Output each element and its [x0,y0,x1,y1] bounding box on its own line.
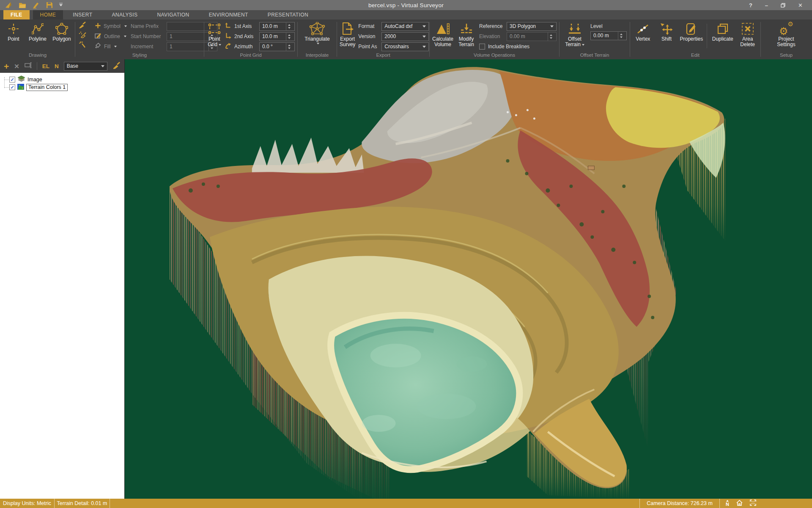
duplicate-button[interactable]: Duplicate [711,20,734,42]
fill-menu-button[interactable]: Fill [95,41,127,52]
chevron-down-icon [124,25,127,27]
open-file-icon[interactable] [19,2,26,8]
group-edit: Vertex Shift Properties Duplicate Area D… [631,19,760,59]
azimuth-label: Azimuth [234,44,256,50]
spinner[interactable] [286,42,292,51]
tree-item-terrain-colors[interactable]: Terrain Colors 1 [0,83,124,91]
azimuth-input[interactable]: 0.0 ° [259,42,295,51]
spinner[interactable] [618,31,624,40]
format-dropdown[interactable]: AutoCad dxf [381,22,429,31]
point-as-dropdown[interactable]: Crosshairs [381,42,429,51]
vertex-button[interactable]: Vertex [633,20,653,42]
symbol-menu-button[interactable]: Symbol [95,21,127,31]
group-drawing: Point Polyline Polygon Drawing [1,19,74,59]
level-input[interactable]: 0.00 m [590,31,627,40]
help-icon[interactable] [749,3,752,8]
polygon-button[interactable]: Polygon [51,20,72,42]
spray-brush-icon[interactable] [79,31,86,40]
checkbox-checked[interactable] [9,77,15,83]
tree-item-image[interactable]: Image [0,76,124,83]
rename-layer-icon[interactable] [25,62,32,70]
style-paintbrush-icon[interactable] [112,62,121,71]
group-label-drawing: Drawing [3,52,72,59]
magic-wand-icon[interactable] [79,41,86,50]
shift-button[interactable]: Shift [656,20,677,42]
close-icon[interactable] [798,3,803,8]
quick-access-customize-icon[interactable] [59,4,63,6]
format-label: Format [358,23,379,29]
app-logo-icon[interactable] [5,2,12,8]
tab-navigation[interactable]: NAVIGATION [150,10,196,19]
group-separator [559,22,560,57]
tab-insert[interactable]: INSERT [66,10,99,19]
fullscreen-icon[interactable] [750,500,756,507]
paintbrush-icon[interactable] [79,22,86,30]
group-label-styling: Styling [78,52,201,59]
outline-menu-button[interactable]: Outline [95,31,127,41]
area-delete-button[interactable]: Area Delete [737,20,758,48]
remove-layer-icon[interactable] [14,63,19,69]
elevation-toggle[interactable]: EL [42,63,49,69]
spinner[interactable] [286,32,292,41]
triangulate-button[interactable]: Triangulate [303,20,332,44]
tab-home[interactable]: HOME [33,10,63,19]
symbol-plus-icon [95,22,101,30]
export-survey-icon [341,22,354,36]
chevron-down-icon [422,36,426,38]
shift-icon [660,22,673,36]
home-view-icon[interactable] [736,500,743,507]
calculate-volume-button[interactable]: Calculate Volume [432,20,453,48]
restore-icon[interactable] [781,3,785,8]
group-label-point-grid: Point Grid [207,52,295,59]
layers-panel: EL N Base Image Terrain Colors 1 [0,59,125,499]
inner-separator [707,24,707,48]
group-label-setup: Setup [763,52,809,59]
north-toggle[interactable]: N [55,63,59,69]
duplicate-icon [717,22,729,36]
offset-terrain-button[interactable]: Offset Terrain [562,20,587,48]
axis1-input[interactable]: 10.0 m [259,22,295,31]
axis2-input[interactable]: 10.0 m [259,32,295,41]
checkbox-checked[interactable] [9,84,15,90]
chevron-down-icon [422,25,426,28]
status-bar: Display Units: Metric Terrain Detail: 0.… [0,499,812,508]
chevron-down-icon [124,36,126,37]
elevation-input[interactable]: 0.00 m [507,32,557,41]
point-as-label: Point As [358,44,379,50]
group-point-grid: Point Grid 1st Axis 10.0 m 2nd Axis 10.0… [205,19,297,59]
polyline-button[interactable]: Polyline [27,20,48,42]
modify-terrain-button[interactable]: Modify Terrain [456,20,476,48]
minimize-icon[interactable] [765,3,768,8]
save-as-icon[interactable] [33,2,40,8]
project-settings-button[interactable]: Project Settings [772,20,801,48]
offset-terrain-icon [568,22,582,36]
terrain-3d-viewport[interactable] [125,59,812,499]
axis2-icon [225,33,231,40]
group-separator [204,22,204,57]
reference-dropdown[interactable]: 3D Polygon [507,22,557,31]
point-grid-button[interactable]: Point Grid [207,20,222,48]
properties-button[interactable]: Properties [680,20,703,42]
tab-analysis[interactable]: ANALYSIS [104,10,145,19]
tab-file[interactable]: FILE [3,10,30,19]
chevron-down-icon [582,44,584,46]
north-indicator-icon[interactable]: N [726,500,729,507]
view-controls: N [720,499,762,508]
point-button[interactable]: Point [3,20,24,42]
tab-environment[interactable]: ENVIRONMENT [202,10,255,19]
azimuth-icon [225,43,231,50]
version-dropdown[interactable]: 2000 [381,32,429,41]
base-layer-dropdown[interactable]: Base [64,62,107,71]
spinner[interactable] [286,22,292,31]
modify-terrain-icon [460,22,473,36]
save-icon[interactable] [46,2,53,8]
add-layer-icon[interactable] [4,62,9,71]
spinner[interactable] [548,32,554,41]
export-survey-button[interactable]: Export Survey [340,20,355,48]
checkbox-unchecked [479,44,485,50]
group-separator [760,22,761,57]
group-separator [75,22,75,57]
quick-access-toolbar [0,2,110,8]
tab-presentation[interactable]: PRESENTATION [261,10,315,19]
include-breaklines-checkbox[interactable]: Include Breaklines [479,41,557,52]
